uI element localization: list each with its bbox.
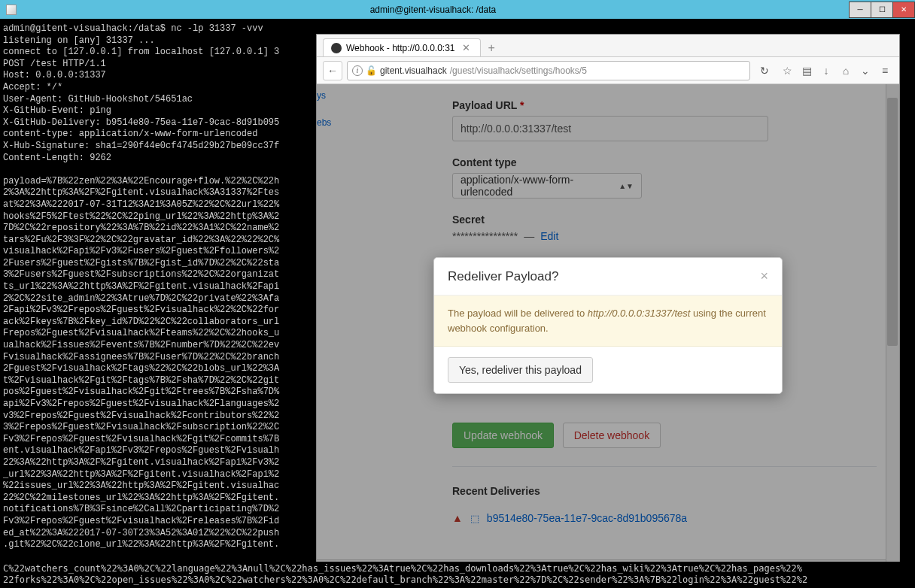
bookmark-icon[interactable]: ☆	[779, 62, 795, 79]
tab-close-icon[interactable]: ✕	[460, 42, 473, 53]
github-icon	[331, 43, 342, 53]
maximize-button[interactable]: ☐	[871, 2, 893, 18]
modal-title: Redeliver Payload?	[448, 269, 558, 284]
url-host: gitent.visualhack	[380, 65, 447, 76]
terminal-overflow: C%22watchers_count%22%3A0%2C%22language%…	[0, 562, 915, 588]
putty-icon	[6, 5, 17, 15]
site-info-icon[interactable]: i	[352, 65, 363, 76]
downloads-icon[interactable]: ↓	[818, 62, 834, 79]
back-button[interactable]: ←	[323, 61, 342, 80]
modal-close-icon[interactable]: ×	[760, 268, 768, 284]
browser-window: Webhook - http://0.0.0.0:31 ✕ + ← i 🔓 gi…	[316, 34, 900, 574]
pocket-icon[interactable]: ⌄	[857, 62, 874, 79]
modal-overlay: Redeliver Payload? × The payload will be…	[317, 84, 899, 573]
lock-strike-icon: 🔓	[366, 65, 377, 76]
home-icon[interactable]: ⌂	[837, 62, 854, 79]
tab-title: Webhook - http://0.0.0.0:31	[346, 43, 455, 53]
window-title: admin@gitent-visualhack: /data	[17, 5, 850, 15]
redeliver-confirm-button[interactable]: Yes, redeliver this payload	[448, 357, 593, 383]
menu-icon[interactable]: ≡	[877, 62, 893, 79]
close-button[interactable]: ✕	[892, 2, 915, 18]
redeliver-modal: Redeliver Payload? × The payload will be…	[433, 257, 783, 394]
reload-button[interactable]: ↻	[755, 61, 774, 80]
window-titlebar: admin@gitent-visualhack: /data ─ ☐ ✕	[0, 0, 915, 19]
browser-tab[interactable]: Webhook - http://0.0.0.0:31 ✕	[323, 38, 481, 56]
minimize-button[interactable]: ─	[849, 2, 871, 18]
terminal[interactable]: admin@gitent-visualhack:/data$ nc -lp 31…	[0, 19, 316, 588]
url-bar[interactable]: i 🔓 gitent.visualhack/guest/visualhack/s…	[347, 61, 750, 80]
modal-message: The payload will be delivered to http://…	[434, 296, 782, 347]
sidebar-icon[interactable]: ▤	[798, 62, 815, 79]
new-tab-button[interactable]: +	[481, 40, 503, 56]
url-path: /guest/visualhack/settings/hooks/5	[450, 65, 587, 76]
